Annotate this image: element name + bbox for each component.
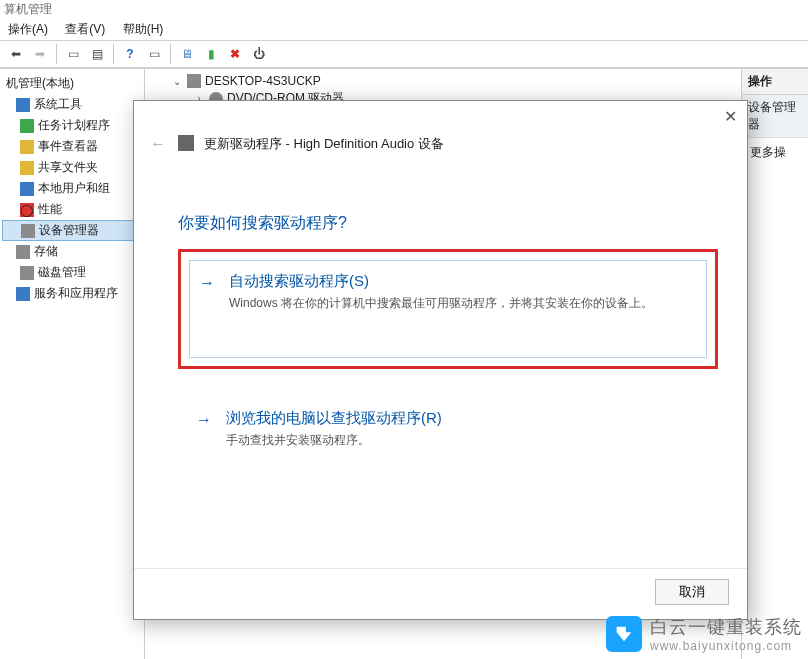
actions-pane: 操作 设备管理器 更多操	[741, 69, 808, 659]
toolbar-divider	[113, 44, 114, 64]
device-icon	[178, 135, 194, 151]
scan-icon[interactable]: ▮	[201, 44, 221, 64]
close-icon[interactable]: ✕	[724, 107, 737, 126]
menubar: 操作(A) 查看(V) 帮助(H)	[0, 18, 808, 40]
sidebar-item-disk-mgmt[interactable]: 磁盘管理	[2, 262, 142, 283]
forward-button[interactable]: ➡	[30, 44, 50, 64]
sidebar-item-shared-folders[interactable]: 共享文件夹	[2, 157, 142, 178]
back-arrow-icon[interactable]: ←	[150, 135, 166, 153]
storage-icon	[16, 245, 30, 259]
device-icon	[21, 224, 35, 238]
toolbar-btn-2[interactable]: ▤	[87, 44, 107, 64]
option-auto-search[interactable]	[189, 260, 707, 358]
dialog-title: 更新驱动程序 - High Definition Audio 设备	[204, 135, 444, 153]
event-icon	[20, 140, 34, 154]
watermark-logo	[606, 616, 642, 652]
menu-help[interactable]: 帮助(H)	[123, 22, 164, 36]
window-title: 算机管理	[0, 0, 808, 18]
driver-update-dialog: ✕ ← 更新驱动程序 - High Definition Audio 设备 你要…	[133, 100, 748, 620]
collapse-icon[interactable]: ⌄	[171, 75, 183, 87]
left-group-systools[interactable]: 系统工具	[2, 94, 142, 115]
dialog-separator	[134, 568, 747, 569]
sidebar-item-performance[interactable]: ◯性能	[2, 199, 142, 220]
actions-sub: 设备管理器	[742, 95, 808, 138]
option2-title: 浏览我的电脑以查找驱动程序(R)	[226, 409, 700, 428]
task-icon	[20, 119, 34, 133]
tools-icon	[16, 98, 30, 112]
disk-icon	[20, 266, 34, 280]
actions-more[interactable]: 更多操	[742, 138, 808, 167]
actions-header: 操作	[742, 69, 808, 95]
sidebar-item-event-viewer[interactable]: 事件查看器	[2, 136, 142, 157]
perf-icon: ◯	[20, 203, 34, 217]
menu-view[interactable]: 查看(V)	[65, 22, 105, 36]
option2-desc: 手动查找并安装驱动程序。	[226, 432, 700, 449]
help-icon[interactable]: ?	[120, 44, 140, 64]
back-button[interactable]: ⬅	[6, 44, 26, 64]
sidebar-item-task-scheduler[interactable]: 任务计划程序	[2, 115, 142, 136]
option-browse-computer[interactable]: → 浏览我的电脑以查找驱动程序(R) 手动查找并安装驱动程序。	[178, 389, 718, 475]
arrow-right-icon: →	[199, 274, 215, 292]
toolbar-divider	[170, 44, 171, 64]
computer-icon	[187, 74, 201, 88]
dialog-question: 你要如何搜索驱动程序?	[178, 213, 347, 234]
menu-action[interactable]: 操作(A)	[8, 22, 48, 36]
tree-root-label: DESKTOP-4S3UCKP	[205, 74, 321, 88]
toolbar-divider	[56, 44, 57, 64]
sidebar-item-local-users[interactable]: 本地用户和组	[2, 178, 142, 199]
cancel-button[interactable]: 取消	[655, 579, 729, 605]
option-auto-search-highlight: → 自动搜索驱动程序(S) Windows 将在你的计算机中搜索最佳可用驱动程序…	[178, 249, 718, 369]
toolbar: ⬅ ➡ ▭ ▤ ? ▭ 🖥 ▮ ✖ ⏻	[0, 40, 808, 68]
left-group-services[interactable]: 服务和应用程序	[2, 283, 142, 304]
sidebar-item-device-manager[interactable]: 设备管理器	[2, 220, 142, 241]
power-icon[interactable]: ⏻	[249, 44, 269, 64]
services-icon	[16, 287, 30, 301]
monitor-icon[interactable]: 🖥	[177, 44, 197, 64]
toolbar-btn-3[interactable]: ▭	[144, 44, 164, 64]
left-group-storage[interactable]: 存储	[2, 241, 142, 262]
arrow-right-icon: →	[196, 411, 212, 429]
delete-icon[interactable]: ✖	[225, 44, 245, 64]
left-tree-pane: 机管理(本地) 系统工具 任务计划程序 事件查看器 共享文件夹 本地用户和组 ◯…	[0, 69, 145, 659]
watermark-en: www.baiyunxitong.com	[650, 639, 802, 653]
watermark-cn: 白云一键重装系统	[650, 615, 802, 639]
toolbar-btn-1[interactable]: ▭	[63, 44, 83, 64]
tree-root[interactable]: ⌄ DESKTOP-4S3UCKP	[151, 73, 735, 89]
watermark: 白云一键重装系统 www.baiyunxitong.com	[606, 615, 802, 653]
folder-icon	[20, 161, 34, 175]
users-icon	[20, 182, 34, 196]
left-root[interactable]: 机管理(本地)	[2, 73, 142, 94]
